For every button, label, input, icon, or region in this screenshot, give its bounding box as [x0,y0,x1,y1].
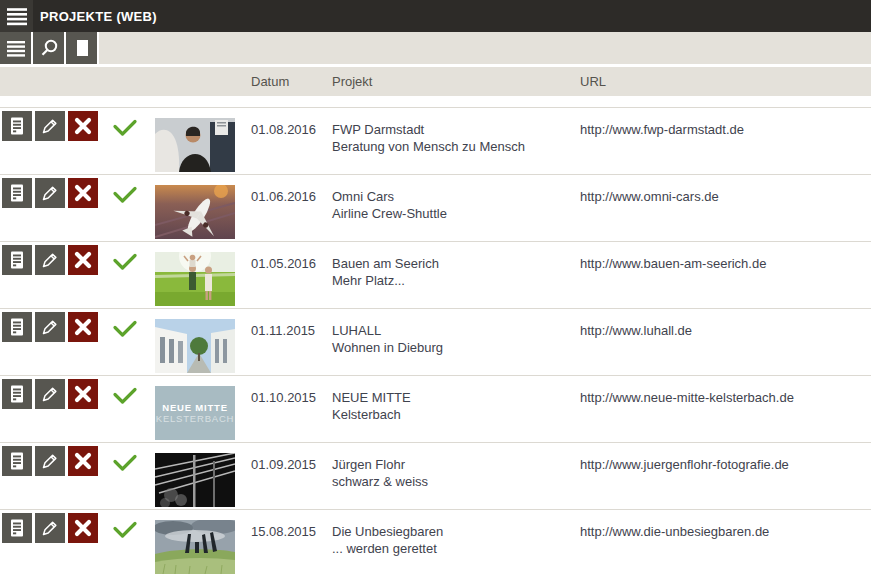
column-header-projekt: Projekt [332,67,372,96]
table-row: 01.09.2015 Jürgen Flohr schwarz & weiss … [0,442,871,509]
project-url[interactable]: http://www.die-unbesiegbaren.de [580,523,769,540]
details-button[interactable] [2,446,32,476]
project-url[interactable]: http://www.luhall.de [580,322,692,339]
delete-x-icon [72,517,94,539]
edit-pencil-icon [39,450,61,472]
project-date: 01.06.2016 [251,188,316,205]
project-title: Jürgen Flohr [332,456,572,473]
project-title: Bauen am Seerich [332,255,572,272]
table-row: 01.11.2015 LUHALL Wohnen in Dieburg http… [0,308,871,375]
details-icon [6,249,28,271]
delete-button[interactable] [68,513,98,543]
edit-button[interactable] [35,446,65,476]
delete-x-icon [72,450,94,472]
svg-text:NEUE MITTE: NEUE MITTE [162,402,228,413]
row-action-buttons [2,379,101,409]
project-date: 01.08.2016 [251,121,316,138]
page-title: PROJEKTE (WEB) [40,9,157,24]
delete-button[interactable] [68,312,98,342]
project-thumbnail[interactable] [155,453,235,507]
project-thumbnail[interactable] [155,118,235,172]
project-name-cell: Die Unbesiegbaren ... werden gerettet [332,523,572,557]
row-action-buttons [2,178,101,208]
details-button[interactable] [2,245,32,275]
published-check-icon[interactable] [112,521,138,539]
row-action-buttons [2,111,101,141]
search-button[interactable] [33,32,64,64]
delete-button[interactable] [68,178,98,208]
table-column-header: Datum Projekt URL [0,67,871,96]
edit-pencil-icon [39,383,61,405]
project-subtitle: ... werden gerettet [332,540,572,557]
main-menu-button[interactable] [0,0,33,32]
table-row: 01.06.2016 Omni Cars Airline Crew-Shuttl… [0,174,871,241]
details-icon [6,316,28,338]
row-action-buttons [2,446,101,476]
table-row: NEUE MITTEKELSTERBACH 01.10.2015 NEUE MI… [0,375,871,442]
project-url[interactable]: http://www.omni-cars.de [580,188,719,205]
project-url[interactable]: http://www.bauen-am-seerich.de [580,255,766,272]
edit-button[interactable] [35,245,65,275]
project-thumbnail[interactable] [155,319,235,373]
published-check-icon[interactable] [112,253,138,271]
project-name-cell: Jürgen Flohr schwarz & weiss [332,456,572,490]
svg-text:KELSTERBACH: KELSTERBACH [156,413,235,424]
published-check-icon[interactable] [112,320,138,338]
edit-pencil-icon [39,517,61,539]
details-button[interactable] [2,513,32,543]
project-name-cell: Omni Cars Airline Crew-Shuttle [332,188,572,222]
details-icon [6,517,28,539]
published-check-icon[interactable] [112,119,138,137]
project-url[interactable]: http://www.juergenflohr-fotografie.de [580,456,789,473]
delete-button[interactable] [68,245,98,275]
project-thumbnail[interactable]: NEUE MITTEKELSTERBACH [155,386,235,440]
delete-button[interactable] [68,446,98,476]
edit-button[interactable] [35,111,65,141]
project-subtitle: schwarz & weiss [332,473,572,490]
edit-pencil-icon [39,249,61,271]
project-thumbnail[interactable] [155,520,235,574]
header-spacer [0,96,871,107]
list-view-button[interactable] [0,32,31,64]
table-row: 01.08.2016 FWP Darmstadt Beratung von Me… [0,107,871,174]
edit-button[interactable] [35,178,65,208]
edit-pencil-icon [39,115,61,137]
edit-button[interactable] [35,379,65,409]
project-subtitle: Beratung von Mensch zu Mensch [332,138,572,155]
row-action-buttons [2,312,101,342]
published-check-icon[interactable] [112,387,138,405]
project-date: 01.11.2015 [251,322,315,339]
toolbar [0,32,871,67]
project-name-cell: Bauen am Seerich Mehr Platz... [332,255,572,289]
details-button[interactable] [2,178,32,208]
edit-button[interactable] [35,312,65,342]
delete-x-icon [72,383,94,405]
column-header-datum: Datum [251,67,289,96]
new-page-button[interactable] [66,32,97,64]
blank-page-icon [71,37,93,59]
project-title: NEUE MITTE [332,389,572,406]
row-action-buttons [2,513,101,543]
details-icon [6,115,28,137]
details-icon [6,182,28,204]
details-button[interactable] [2,312,32,342]
published-check-icon[interactable] [112,186,138,204]
project-url[interactable]: http://www.fwp-darmstadt.de [580,121,744,138]
project-title: FWP Darmstadt [332,121,572,138]
delete-button[interactable] [68,111,98,141]
toolbar-button-group [0,32,99,64]
project-date: 01.05.2016 [251,255,316,272]
row-action-buttons [2,245,101,275]
published-check-icon[interactable] [112,454,138,472]
project-title: Omni Cars [332,188,572,205]
delete-button[interactable] [68,379,98,409]
project-thumbnail[interactable] [155,252,235,306]
table-row: 01.05.2016 Bauen am Seerich Mehr Platz..… [0,241,871,308]
details-button[interactable] [2,111,32,141]
project-thumbnail[interactable] [155,185,235,239]
project-url[interactable]: http://www.neue-mitte-kelsterbach.de [580,389,794,406]
project-subtitle: Airline Crew-Shuttle [332,205,572,222]
edit-button[interactable] [35,513,65,543]
details-button[interactable] [2,379,32,409]
project-subtitle: Wohnen in Dieburg [332,339,572,356]
